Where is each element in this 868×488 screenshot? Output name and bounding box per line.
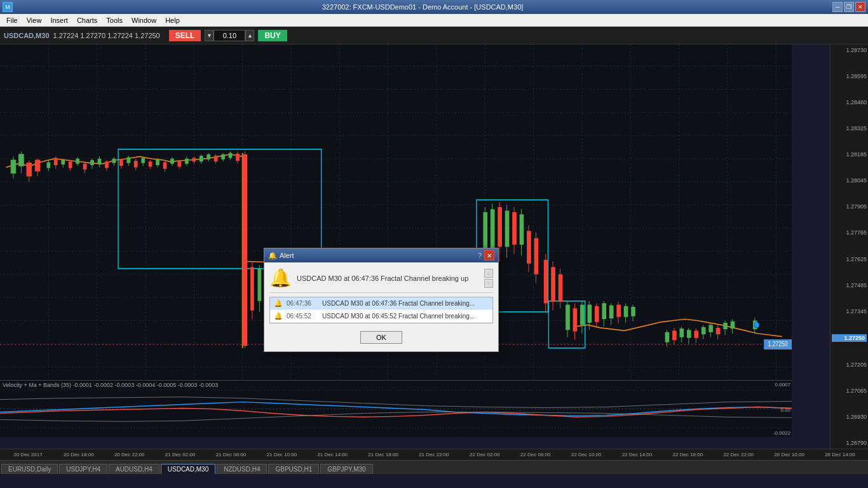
alert-list-item-1[interactable]: 🔔 06:47:36 USDCAD M30 at 06:47:36 Fracta… — [270, 297, 492, 310]
alert-bell-title-icon: 🔔 — [268, 252, 277, 260]
menu-view[interactable]: View — [23, 16, 46, 25]
time-axis: 20 Dec 2017 20 Dec 18:00 20 Dec 22:00 21… — [0, 449, 868, 460]
tab-gbpjpy-m30[interactable]: GBPJPY,M30 — [320, 464, 372, 474]
tab-gbpusd-h1[interactable]: GBPUSD,H1 — [268, 464, 319, 474]
alert-scroll-up-button[interactable]: ▲ — [484, 269, 493, 278]
chart-symbol: USDCAD,M30 — [4, 32, 50, 39]
time-label-7: 21 Dec 14:00 — [307, 452, 358, 458]
price-level-3: 1.28460 — [832, 99, 867, 105]
svg-rect-57 — [90, 160, 94, 165]
lot-size-input[interactable] — [214, 30, 245, 41]
tab-usdcad-m30[interactable]: USDCAD,M30 — [161, 464, 215, 474]
menu-tools[interactable]: Tools — [102, 16, 126, 25]
price-level-11: 1.27345 — [832, 308, 867, 315]
alert-question-mark: ? — [478, 252, 482, 259]
sell-button[interactable]: SELL — [169, 30, 201, 41]
lot-up-arrow[interactable]: ▲ — [245, 30, 254, 41]
svg-rect-183 — [624, 306, 628, 317]
alert-item-time-1: 06:47:36 — [287, 300, 318, 307]
svg-rect-147 — [491, 209, 495, 252]
alert-dialog-title: Alert — [280, 252, 294, 259]
tab-usdjpy-h4[interactable]: USDJPY,H4 — [59, 464, 107, 474]
svg-rect-85 — [192, 158, 196, 162]
alert-bell-icon-large: 🔔 — [269, 268, 292, 288]
svg-rect-151 — [505, 211, 510, 247]
alert-list-item-2[interactable]: 🔔 06:45:52 USDCAD M30 at 06:45:52 Fracta… — [270, 310, 492, 323]
svg-rect-91 — [214, 156, 218, 161]
menu-window[interactable]: Window — [128, 16, 160, 25]
svg-rect-41 — [27, 163, 32, 176]
title-bar: M 3227002: FXCM-USDDemo01 - Demo Account… — [0, 0, 868, 14]
alert-ok-button[interactable]: OK — [360, 331, 402, 344]
svg-rect-155 — [520, 214, 524, 245]
svg-rect-77 — [163, 162, 167, 168]
svg-rect-199 — [709, 325, 713, 332]
price-level-5: 1.28185 — [832, 151, 867, 158]
alert-item-time-2: 06:45:52 — [287, 313, 318, 320]
time-label-1: 20 Dec 2017 — [3, 452, 53, 458]
svg-rect-103 — [257, 269, 261, 301]
time-label-17: 26 Dec 14:00 — [815, 452, 865, 458]
svg-rect-169 — [573, 308, 578, 331]
price-level-10: 1.27485 — [832, 282, 867, 288]
alert-footer: OK — [269, 327, 493, 346]
time-label-14: 22 Dec 18:00 — [662, 452, 713, 458]
menu-bar: File View Insert Charts Tools Window Hel… — [0, 14, 868, 27]
tab-nzdusd-h4[interactable]: NZDUSD,H4 — [217, 464, 267, 474]
menu-help[interactable]: Help — [161, 16, 184, 25]
svg-rect-193 — [687, 330, 691, 338]
svg-rect-55 — [83, 164, 87, 170]
minimize-button[interactable]: ─ — [832, 2, 843, 12]
svg-rect-161 — [544, 260, 548, 303]
price-level-1: 1.28730 — [832, 47, 867, 53]
svg-rect-101 — [250, 267, 254, 310]
time-label-10: 22 Dec 02:00 — [459, 452, 510, 458]
price-level-7: 1.27905 — [832, 203, 867, 210]
tab-audusd-h4[interactable]: AUDUSD,H4 — [109, 464, 159, 474]
svg-rect-65 — [119, 160, 123, 166]
alert-scroll-down-button[interactable]: ▼ — [484, 279, 493, 288]
price-level-6: 1.28045 — [832, 177, 867, 184]
buy-button[interactable]: BUY — [258, 30, 287, 41]
price-level-14: 1.26930 — [832, 414, 867, 420]
svg-rect-51 — [69, 161, 72, 168]
time-label-11: 22 Dec 06:00 — [510, 452, 561, 458]
tab-bar: EURUSD,Daily USDJPY,H4 AUDUSD,H4 USDCAD,… — [0, 460, 868, 474]
svg-rect-159 — [534, 238, 539, 274]
chart-toolbar: USDCAD,M30 1.27224 1.27270 1.27224 1.272… — [0, 27, 868, 44]
menu-file[interactable]: File — [3, 16, 22, 25]
svg-rect-191 — [679, 329, 684, 337]
menu-insert[interactable]: Insert — [46, 16, 72, 25]
svg-rect-201 — [716, 328, 721, 334]
svg-rect-189 — [672, 330, 677, 340]
current-price-level: 1.27250 — [832, 334, 867, 342]
svg-rect-81 — [178, 161, 182, 166]
svg-rect-195 — [694, 330, 698, 337]
svg-rect-99 — [243, 154, 248, 346]
svg-rect-87 — [200, 156, 203, 161]
svg-rect-93 — [221, 154, 225, 159]
window-title: 3227002: FXCM-USDDemo01 - Demo Account -… — [13, 3, 832, 11]
svg-rect-181 — [616, 305, 621, 317]
tab-eurusd-daily[interactable]: EURUSD,Daily — [1, 464, 58, 474]
time-label-6: 21 Dec 10:00 — [256, 452, 307, 458]
time-label-4: 21 Dec 02:00 — [155, 452, 206, 458]
svg-rect-177 — [602, 303, 606, 319]
alert-item-msg-2: USDCAD M30 at 06:45:52 Fractal Channel b… — [322, 313, 475, 320]
svg-rect-43 — [35, 160, 40, 171]
close-button[interactable]: ✕ — [855, 2, 865, 12]
alert-item-bell-1: 🔔 — [274, 299, 283, 308]
svg-rect-73 — [149, 161, 153, 166]
svg-rect-157 — [527, 231, 531, 263]
indicator-panel: Velocity + Ma + Bands (35) -0.0001 -0.00… — [0, 380, 792, 437]
menu-charts[interactable]: Charts — [73, 16, 101, 25]
price-level-12: 1.27205 — [832, 362, 867, 368]
svg-rect-79 — [170, 159, 174, 164]
svg-rect-95 — [229, 153, 233, 158]
svg-point-208 — [754, 322, 759, 328]
svg-rect-149 — [498, 207, 502, 247]
lot-down-arrow[interactable]: ▼ — [205, 30, 214, 41]
alert-close-button[interactable]: ✕ — [484, 250, 494, 261]
restore-button[interactable]: ❐ — [844, 2, 854, 12]
time-label-9: 21 Dec 22:00 — [409, 452, 459, 458]
